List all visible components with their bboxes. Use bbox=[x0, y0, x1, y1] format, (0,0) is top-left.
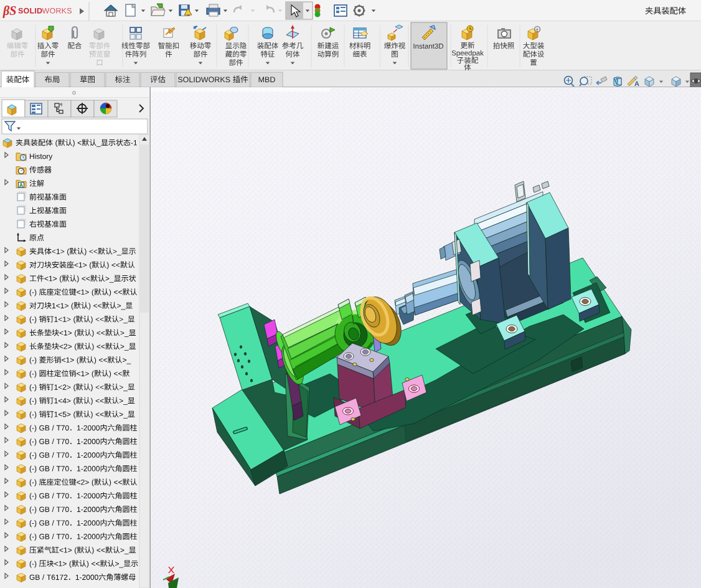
svg-text:βS: βS bbox=[2, 4, 16, 18]
